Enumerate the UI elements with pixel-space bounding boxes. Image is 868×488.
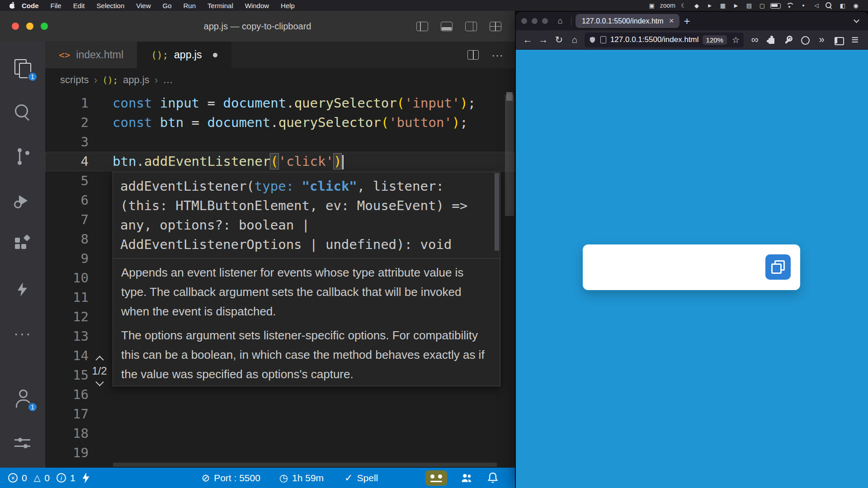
url-bar[interactable]: 127.0.0.1:5500/index.html 120% ☆ — [585, 33, 744, 47]
menu-item-file[interactable]: File — [45, 0, 67, 11]
moon-icon[interactable] — [679, 1, 689, 10]
code-token: = — [199, 95, 223, 111]
overflow-icon[interactable] — [813, 33, 830, 47]
ff-right-icons — [746, 33, 863, 47]
editor-horizontal-scrollbar[interactable] — [113, 463, 497, 467]
split-editor-icon[interactable] — [467, 50, 479, 60]
run-debug-button[interactable] — [0, 179, 45, 223]
minimize-window-button[interactable] — [26, 23, 33, 30]
bookmark-star-icon[interactable]: ☆ — [731, 35, 740, 45]
time-tracker[interactable]: ◷ 1h 59m — [279, 473, 324, 483]
minimize-window-button[interactable] — [532, 18, 538, 24]
menu-item-window[interactable]: Window — [239, 0, 275, 11]
search-icon[interactable] — [825, 1, 835, 10]
editor-scrollbar[interactable] — [505, 95, 514, 216]
tool-icon[interactable] — [780, 33, 797, 47]
notifications-bell-icon[interactable] — [486, 471, 500, 485]
customize-layout-icon[interactable] — [490, 22, 501, 31]
breadcrumb-folder[interactable]: scripts — [60, 74, 89, 86]
keyboard-icon[interactable] — [744, 1, 754, 10]
volume-icon[interactable] — [811, 1, 821, 10]
editor-more-actions-icon[interactable]: ··· — [491, 49, 503, 61]
next-signature-icon[interactable] — [95, 378, 104, 386]
menu-item-run[interactable]: Run — [178, 0, 202, 11]
home-button[interactable]: ⌂ — [567, 33, 582, 47]
menu-item-view[interactable]: View — [130, 0, 156, 11]
explorer-button[interactable]: 1 — [0, 46, 45, 90]
search-button[interactable] — [0, 90, 45, 135]
tracking-protection-shield-icon[interactable] — [589, 36, 596, 44]
warnings-count: 0 — [44, 473, 50, 483]
list-all-tabs-icon[interactable] — [850, 15, 863, 28]
maximize-window-button[interactable] — [542, 18, 548, 24]
copy-button[interactable] — [765, 254, 791, 280]
settings-button[interactable] — [0, 421, 45, 465]
battery-icon[interactable] — [770, 1, 782, 10]
problems-indicator[interactable]: × 0 △ 0 i 1 — [8, 473, 75, 483]
close-tab-icon[interactable]: × — [668, 16, 675, 26]
code-token: 'button' — [389, 115, 452, 130]
zoom-app-label[interactable]: zoom — [660, 1, 675, 10]
firefox-view-icon[interactable]: ⌂ — [553, 15, 567, 28]
accounts-icon[interactable] — [460, 471, 473, 485]
zap-button[interactable] — [0, 267, 45, 312]
menu-item-edit[interactable]: Edit — [67, 0, 91, 11]
menu-item-go[interactable]: Go — [157, 0, 178, 11]
menu-item-selection[interactable]: Selection — [91, 0, 131, 11]
back-button[interactable]: ← — [520, 33, 535, 47]
zoom-level-badge[interactable]: 120% — [703, 35, 727, 45]
extensions-puzzle-icon[interactable] — [763, 33, 780, 47]
control-center-icon[interactable] — [838, 1, 848, 10]
clipboard-text-input[interactable] — [594, 253, 761, 282]
new-tab-button[interactable]: + — [679, 16, 695, 27]
close-window-button[interactable] — [12, 23, 19, 30]
close-window-button[interactable] — [521, 18, 527, 24]
account-icon[interactable] — [797, 33, 813, 47]
menu-item-code[interactable]: Code — [16, 0, 45, 11]
siri-icon[interactable] — [851, 1, 861, 10]
lightning-icon[interactable] — [83, 473, 90, 483]
maximize-window-button[interactable] — [41, 23, 48, 30]
menu-icon[interactable] — [847, 33, 863, 47]
toggle-panel-icon[interactable] — [441, 22, 453, 31]
toggle-secondary-sidebar-icon[interactable] — [465, 22, 477, 31]
play-icon[interactable] — [731, 1, 741, 10]
extensions-button[interactable] — [0, 223, 45, 267]
grid-icon[interactable] — [718, 1, 728, 10]
breadcrumb-more[interactable]: … — [163, 74, 173, 86]
copilot-icon[interactable] — [425, 470, 447, 486]
accounts-button[interactable]: 1 — [0, 376, 45, 421]
display-icon[interactable] — [757, 1, 767, 10]
wifi-icon[interactable] — [785, 1, 795, 10]
modified-dot-icon[interactable] — [213, 53, 217, 57]
menu-item-help[interactable]: Help — [275, 0, 301, 11]
forward-button[interactable]: → — [536, 33, 551, 47]
spell-checker[interactable]: ✓ Spell — [344, 473, 378, 483]
url-text[interactable]: 127.0.0.1:5500/index.html — [610, 35, 698, 44]
reload-button[interactable]: ↻ — [552, 33, 566, 47]
source-control-button[interactable] — [0, 135, 45, 179]
apple-menu-icon[interactable] — [9, 2, 16, 9]
layout-controls — [416, 22, 501, 31]
screen-mirroring-icon[interactable] — [647, 1, 657, 10]
code-editor[interactable]: 1const input = document.querySelector('i… — [45, 91, 515, 468]
launchpad-icon[interactable] — [705, 1, 715, 10]
live-server-port[interactable]: ⊘ Port : 5500 — [202, 473, 260, 483]
more-button[interactable] — [0, 312, 45, 356]
popup-scrollbar[interactable] — [495, 173, 499, 251]
stage-manager-icon[interactable] — [692, 1, 702, 10]
sidebar-icon[interactable] — [830, 33, 847, 47]
line-content — [89, 210, 113, 230]
previous-signature-icon[interactable] — [95, 356, 104, 364]
toggle-primary-sidebar-icon[interactable] — [416, 22, 428, 31]
tab-app-js[interactable]: (); app.js — [137, 42, 231, 68]
line-content: btn.addEventListener('click') — [89, 152, 344, 171]
code-line: 16 — [45, 385, 515, 404]
page-info-icon[interactable] — [600, 36, 606, 43]
browser-tab[interactable]: 127.0.0.1:5500/index.html × — [576, 14, 679, 28]
extension-icon[interactable] — [746, 33, 763, 47]
tab-index-html[interactable]: <> index.html — [45, 42, 137, 68]
menu-item-terminal[interactable]: Terminal — [202, 0, 239, 11]
record-icon[interactable] — [798, 1, 808, 10]
breadcrumb-file[interactable]: app.js — [123, 74, 150, 86]
